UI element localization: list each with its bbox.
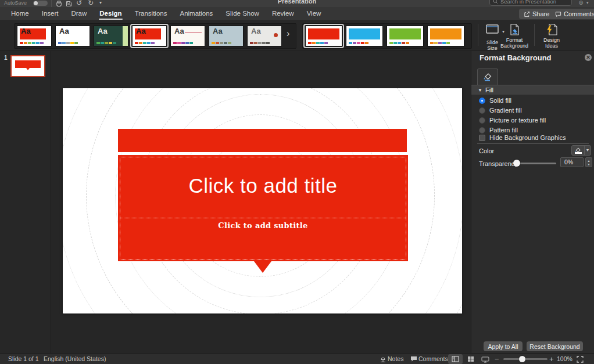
zoom-slider-thumb[interactable] bbox=[519, 356, 525, 362]
theme-berlin-selected[interactable]: Aa bbox=[132, 26, 167, 46]
hide-background-graphics-checkbox[interactable]: Hide Background Graphics bbox=[479, 134, 566, 141]
design-ideas-button[interactable]: Design Ideas bbox=[536, 23, 567, 49]
format-background-pane: Format Background ✕ ▼ Fill Solid fillGra… bbox=[471, 51, 594, 353]
color-swatch bbox=[389, 42, 393, 44]
variant-orange[interactable] bbox=[427, 26, 464, 46]
variant-blue[interactable] bbox=[346, 26, 383, 46]
theme-basis[interactable]: Aa bbox=[247, 26, 282, 46]
notes-button[interactable]: Notes bbox=[388, 354, 403, 364]
theme-forest[interactable]: Aa bbox=[94, 26, 128, 46]
slide[interactable]: Click to add title Click to add subtitle bbox=[63, 88, 462, 313]
transparency-value-field[interactable]: 0% bbox=[560, 157, 584, 167]
color-swatch bbox=[393, 42, 397, 44]
title-placeholder-box[interactable]: Click to add title Click to add subtitle bbox=[118, 155, 408, 261]
color-swatch bbox=[250, 42, 253, 44]
tab-slide-show[interactable]: Slide Show bbox=[219, 7, 266, 21]
color-picker-button[interactable]: ▼ bbox=[571, 145, 591, 156]
tab-design[interactable]: Design bbox=[93, 7, 128, 21]
ribbon: AaAaAaAaAaAaAa › ▾ Slide Size Format Bac… bbox=[0, 21, 594, 51]
tab-view[interactable]: View bbox=[300, 7, 328, 21]
transparency-slider-thumb[interactable] bbox=[513, 160, 520, 167]
theme-berlin[interactable]: Aa bbox=[17, 26, 52, 46]
save-icon[interactable] bbox=[66, 1, 72, 7]
zoom-slider[interactable] bbox=[503, 358, 548, 360]
comments-button[interactable]: Comments bbox=[550, 9, 594, 19]
fill-option-pattern-fill[interactable]: Pattern fill bbox=[479, 127, 546, 134]
quick-access-chevron-icon[interactable]: ▾ bbox=[99, 0, 102, 5]
variant-red[interactable] bbox=[305, 26, 342, 46]
theme-swatches bbox=[349, 42, 368, 44]
fill-option-solid-fill[interactable]: Solid fill bbox=[479, 97, 546, 104]
color-swatch bbox=[438, 42, 442, 44]
paint-bucket-icon bbox=[482, 72, 493, 82]
slide-thumbnail[interactable] bbox=[10, 55, 45, 77]
format-background-icon bbox=[508, 23, 521, 36]
apply-to-all-button[interactable]: Apply to All bbox=[484, 341, 523, 351]
radio-icon bbox=[479, 98, 485, 104]
slideshow-view-button[interactable] bbox=[480, 354, 491, 364]
stepper-down-icon[interactable]: ▼ bbox=[588, 163, 591, 166]
fill-section-header[interactable]: ▼ Fill bbox=[471, 85, 594, 95]
tab-review[interactable]: Review bbox=[266, 7, 300, 21]
variant-green[interactable] bbox=[387, 26, 424, 46]
subtitle-placeholder-text[interactable]: Click to add subtitle bbox=[118, 221, 408, 230]
autosave-toggle[interactable] bbox=[33, 1, 48, 6]
theme-swatches bbox=[389, 42, 409, 44]
color-swatch bbox=[312, 42, 316, 44]
themes-scroll-arrow[interactable]: › bbox=[287, 29, 289, 38]
slide-sorter-view-button[interactable] bbox=[466, 354, 476, 364]
theme-aa-label: Aa bbox=[251, 27, 261, 35]
editing-canvas: Click to add title Click to add subtitle bbox=[52, 51, 471, 353]
tab-draw[interactable]: Draw bbox=[65, 7, 93, 21]
statusbar-comments-button[interactable]: Comments bbox=[418, 354, 448, 364]
format-background-button[interactable]: Format Background bbox=[496, 23, 532, 49]
color-swatch bbox=[74, 42, 78, 44]
theme-slate[interactable]: Aa bbox=[209, 26, 244, 46]
tab-animations[interactable]: Animations bbox=[173, 7, 219, 21]
color-swatch bbox=[189, 42, 193, 44]
feedback-chevron-icon[interactable]: ▾ bbox=[586, 1, 589, 5]
redo-icon[interactable]: ↻ bbox=[88, 0, 94, 7]
reset-background-button[interactable]: Reset Background bbox=[527, 341, 583, 351]
normal-view-button[interactable] bbox=[448, 354, 463, 364]
transparency-stepper[interactable]: ▲▼ bbox=[585, 157, 592, 167]
thumbnail-triangle bbox=[26, 68, 30, 70]
title-placeholder-text[interactable]: Click to add title bbox=[118, 155, 408, 217]
transparency-slider[interactable] bbox=[516, 163, 556, 164]
close-pane-icon[interactable]: ✕ bbox=[585, 54, 592, 61]
undo-icon[interactable]: ↺ bbox=[76, 0, 82, 7]
theme-quotable[interactable]: Aa bbox=[170, 26, 205, 46]
color-swatch bbox=[20, 42, 23, 44]
color-swatch bbox=[185, 42, 189, 44]
fill-tab[interactable] bbox=[477, 69, 498, 85]
zoom-level[interactable]: 100% bbox=[557, 354, 572, 364]
color-swatch bbox=[135, 42, 138, 44]
tab-home[interactable]: Home bbox=[5, 7, 35, 21]
print-icon[interactable] bbox=[56, 1, 62, 7]
comments-label: Comments bbox=[564, 10, 594, 17]
ribbon-separator bbox=[478, 24, 478, 46]
theme-office[interactable]: Aa bbox=[55, 26, 90, 46]
color-swatch bbox=[353, 42, 356, 44]
zoom-out-button[interactable]: − bbox=[495, 354, 499, 364]
share-button[interactable]: Share bbox=[519, 9, 554, 19]
theme-swatches bbox=[250, 42, 270, 44]
fill-option-gradient-fill[interactable]: Gradient fill bbox=[479, 107, 546, 114]
fit-slide-to-window-button[interactable] bbox=[575, 354, 585, 364]
share-label: Share bbox=[532, 10, 549, 17]
fill-option-picture-or-texture-fill[interactable]: Picture or texture fill bbox=[479, 117, 546, 124]
language-indicator[interactable]: English (United States) bbox=[44, 354, 106, 364]
feedback-smiley-icon[interactable]: ☺ bbox=[578, 0, 584, 6]
zoom-in-button[interactable]: + bbox=[549, 354, 554, 364]
design-ideas-label: Design Ideas bbox=[539, 37, 564, 49]
search-input[interactable]: Search in Presentation bbox=[489, 0, 572, 6]
variant-banner bbox=[430, 28, 461, 39]
presenter-display-icon bbox=[481, 356, 489, 363]
slide-triangle-shape bbox=[254, 261, 271, 273]
tab-transitions[interactable]: Transitions bbox=[128, 7, 174, 21]
color-swatch bbox=[216, 42, 219, 44]
color-swatch bbox=[212, 42, 215, 44]
theme-swatches bbox=[58, 42, 78, 44]
color-swatch bbox=[320, 42, 324, 44]
tab-insert[interactable]: Insert bbox=[35, 7, 65, 21]
